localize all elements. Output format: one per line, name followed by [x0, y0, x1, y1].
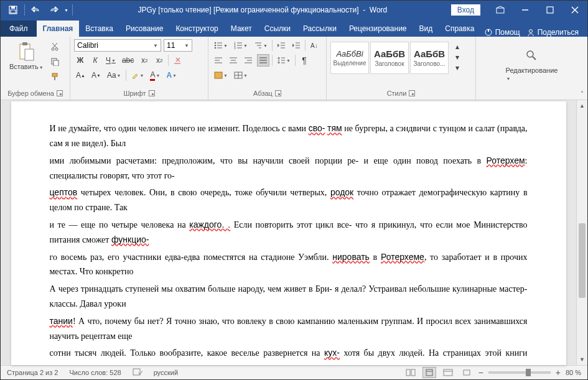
read-mode-icon[interactable] [404, 367, 418, 378]
underline-button[interactable]: Ч▼ [104, 54, 118, 67]
cut-icon[interactable] [49, 40, 61, 53]
tab-ссылки[interactable]: Ссылки [258, 21, 297, 37]
svg-line-16 [53, 43, 57, 48]
font-size-combo[interactable]: 11▼ [164, 39, 192, 52]
font-name-combo[interactable]: Calibri▼ [74, 39, 161, 52]
svg-rect-19 [54, 60, 58, 66]
shrink-font-button[interactable]: A▼ [90, 69, 103, 81]
bold-button[interactable]: Ж [74, 54, 86, 67]
line-spacing-button[interactable]: ▼ [275, 54, 292, 67]
svg-rect-64 [133, 369, 140, 375]
format-painter-icon[interactable] [49, 70, 61, 83]
maximize-button[interactable] [538, 1, 562, 19]
qat-dropdown-icon[interactable]: ▼ [64, 8, 68, 12]
align-left-button[interactable] [212, 54, 225, 67]
grow-font-button[interactable]: A▲ [74, 69, 87, 81]
styles-launcher[interactable] [409, 90, 415, 96]
styles-row-down[interactable]: ▾ [451, 52, 464, 62]
justify-button[interactable] [257, 54, 269, 67]
numbering-button[interactable]: 123▼ [232, 39, 250, 52]
language-indicator[interactable]: русский [154, 369, 178, 376]
redo-icon[interactable] [46, 2, 61, 17]
tab-вставка[interactable]: Вставка [79, 21, 119, 37]
highlight-button[interactable]: ▼ [129, 69, 146, 81]
clear-format-icon[interactable] [171, 54, 184, 67]
collapse-ribbon-icon[interactable]: ˄ [578, 89, 586, 98]
share-button[interactable]: Поделиться [526, 28, 579, 37]
group-styles: АаБбВіВыделениеАаБбВЗаголовокАаБбВЗаголо… [327, 37, 476, 100]
ribbon-options-icon[interactable] [488, 1, 513, 19]
borders-button[interactable]: ▼ [232, 69, 250, 81]
tab-макет[interactable]: Макет [225, 21, 258, 37]
focus-mode-icon[interactable] [460, 367, 474, 378]
zoom-out-button[interactable]: − [478, 368, 483, 378]
decrease-indent-button[interactable] [275, 39, 287, 52]
styles-row-up[interactable]: ▴ [451, 42, 464, 52]
font-color-button[interactable]: A▼ [148, 69, 162, 81]
svg-rect-65 [406, 369, 410, 376]
show-marks-button[interactable]: ¶ [298, 54, 310, 67]
tab-конструктор[interactable]: Конструктор [169, 21, 224, 37]
sort-button[interactable]: A↓ [308, 39, 320, 52]
increase-indent-button[interactable] [290, 39, 302, 52]
undo-icon[interactable] [29, 2, 44, 17]
app-window: ▼ JPGy [только чтение] [Режим ограниченн… [0, 0, 588, 380]
text-effects-button[interactable]: A▼ [164, 69, 179, 81]
document-page[interactable]: И не думайте, что один человек ничего не… [11, 101, 566, 365]
tab-рассылки[interactable]: Рассылки [297, 21, 343, 37]
tab-вид[interactable]: Вид [413, 21, 439, 37]
tab-рецензирование[interactable]: Рецензирование [343, 21, 413, 37]
strikethrough-button[interactable]: abc [120, 54, 136, 67]
svg-rect-13 [25, 49, 34, 60]
align-right-button[interactable] [242, 54, 254, 67]
font-launcher[interactable] [149, 90, 155, 96]
scroll-down-icon[interactable]: ▼ [577, 354, 587, 365]
zoom-in-button[interactable]: + [556, 368, 561, 378]
change-case-button[interactable]: Aa▼ [105, 69, 123, 81]
print-layout-icon[interactable] [422, 367, 436, 378]
scroll-up-icon[interactable]: ▲ [577, 100, 587, 111]
minimize-button[interactable] [513, 1, 538, 19]
svg-point-62 [527, 51, 533, 57]
multilevel-list-button[interactable]: ▼ [252, 39, 269, 52]
tell-me-button[interactable]: Помощ [484, 28, 520, 37]
close-button[interactable] [562, 1, 587, 19]
clipboard-launcher[interactable] [57, 90, 63, 96]
style-Заголовок[interactable]: АаБбВЗаголовок [370, 42, 409, 74]
superscript-button[interactable]: x2 [153, 54, 166, 67]
word-count[interactable]: Число слов: 528 [69, 369, 121, 376]
proofing-icon[interactable] [133, 368, 142, 378]
zoom-level[interactable]: 80 % [566, 369, 581, 376]
group-editing: Редактирование▼ [476, 37, 587, 100]
svg-rect-69 [444, 369, 452, 376]
shading-button[interactable]: ▼ [212, 69, 230, 81]
tab-главная[interactable]: Главная [37, 21, 80, 37]
svg-rect-1 [11, 6, 15, 9]
italic-button[interactable]: К [89, 54, 101, 67]
copy-icon[interactable] [49, 55, 61, 68]
scroll-thumb[interactable] [579, 223, 586, 298]
document-area: И не думайте, что один человек ничего не… [1, 100, 587, 365]
signin-button[interactable]: Вход [451, 4, 480, 16]
align-center-button[interactable] [227, 54, 240, 67]
page-indicator[interactable]: Страница 2 из 2 [7, 369, 58, 376]
save-icon[interactable] [6, 2, 21, 17]
paste-button[interactable]: Вставить▼ [4, 39, 49, 73]
vertical-scrollbar[interactable]: ▲ ▼ [576, 100, 587, 365]
editing-button[interactable]: Редактирование▼ [501, 43, 563, 84]
bullets-button[interactable]: ▼ [212, 39, 230, 52]
paragraph-launcher[interactable] [275, 90, 281, 96]
style-Заголово...[interactable]: АаБбВЗаголово... [410, 42, 449, 74]
tab-рисование[interactable]: Рисование [119, 21, 169, 37]
window-title: JPGy [только чтение] [Режим ограниченной… [74, 6, 451, 14]
tab-file[interactable]: Файл [1, 21, 37, 37]
subscript-button[interactable]: x2 [138, 54, 151, 67]
zoom-slider[interactable] [488, 371, 551, 374]
svg-rect-3 [497, 8, 504, 13]
styles-expand[interactable]: ▾ [451, 63, 464, 73]
paragraph: А через тринадцать ступеней мы охватим б… [50, 282, 528, 312]
web-layout-icon[interactable] [441, 367, 455, 378]
tab-справка[interactable]: Справка [439, 21, 480, 37]
paragraph: сотни тысяч людей. Только вообразите, ка… [50, 346, 528, 365]
style-Выделение[interactable]: АаБбВіВыделение [330, 42, 369, 74]
